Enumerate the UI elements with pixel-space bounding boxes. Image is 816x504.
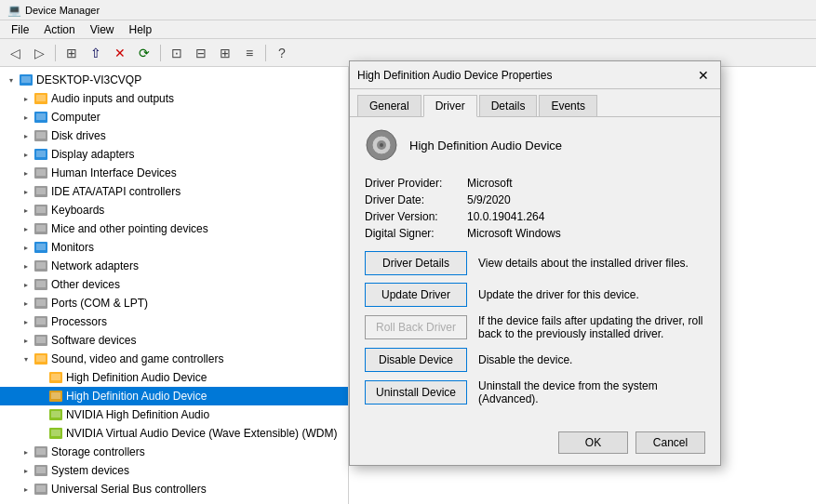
tree-expand-usb[interactable]: ▸ xyxy=(19,480,33,498)
tree-expand-ide[interactable]: ▸ xyxy=(19,182,33,201)
tree-item-diskdrives[interactable]: ▸Disk drives xyxy=(0,126,348,145)
toolbar-properties-btn[interactable]: ⊞ xyxy=(60,42,83,64)
toolbar-icon2[interactable]: ⊟ xyxy=(190,42,212,64)
dialog-body: High Definition Audio Device Driver Prov… xyxy=(350,117,720,424)
toolbar-icon3[interactable]: ⊞ xyxy=(214,42,236,64)
tree-item-monitors[interactable]: ▸Monitors xyxy=(0,238,348,257)
tree-item-hd2[interactable]: High Definition Audio Device xyxy=(0,387,348,405)
device-properties-dialog[interactable]: High Definition Audio Device Properties … xyxy=(349,60,721,466)
svg-rect-37 xyxy=(51,411,60,418)
tree-expand-system[interactable]: ▸ xyxy=(19,461,33,480)
device-header-name: High Definition Audio Device xyxy=(409,139,562,153)
tree-item-ports[interactable]: ▸Ports (COM & LPT) xyxy=(0,294,348,312)
toolbar-help-btn[interactable]: ? xyxy=(271,42,293,64)
tree-expand-keyboards[interactable]: ▸ xyxy=(19,201,33,219)
uninstall-device-button[interactable]: Uninstall Device xyxy=(365,380,467,405)
tree-expand-nvidiavirt xyxy=(33,424,48,443)
driver-btn-row-disable-device: Disable DeviceDisable the device. xyxy=(365,348,705,372)
menu-help[interactable]: Help xyxy=(122,21,160,38)
svg-rect-23 xyxy=(36,281,46,287)
tree-item-system[interactable]: ▸System devices xyxy=(0,461,348,480)
disable-device-button[interactable]: Disable Device xyxy=(365,348,467,372)
tree-expand-root[interactable]: ▾ xyxy=(4,71,19,89)
svg-rect-11 xyxy=(36,169,46,176)
tree-icon-storage xyxy=(33,444,48,459)
roll-back-button: Roll Back Driver xyxy=(365,315,467,339)
tree-expand-sound[interactable]: ▾ xyxy=(19,350,33,368)
toolbar-back-btn[interactable]: ◁ xyxy=(4,42,26,64)
tree-expand-monitors[interactable]: ▸ xyxy=(19,238,33,257)
tree-icon-computer xyxy=(33,110,48,125)
tree-label-hid: Human Interface Devices xyxy=(51,166,177,179)
tab-events[interactable]: Events xyxy=(539,95,597,116)
toolbar-uninstall-btn[interactable]: ✕ xyxy=(109,42,131,64)
update-driver-button[interactable]: Update Driver xyxy=(365,283,467,307)
toolbar-icon4[interactable]: ≡ xyxy=(238,42,261,64)
toolbar-icon1[interactable]: ⊡ xyxy=(166,42,188,64)
menu-action[interactable]: Action xyxy=(36,21,82,38)
tree-icon-other xyxy=(33,277,48,292)
tree-expand-processors[interactable]: ▸ xyxy=(19,312,33,331)
tree-item-hid[interactable]: ▸Human Interface Devices xyxy=(0,164,348,182)
dialog-ok-btn[interactable]: OK xyxy=(558,431,628,454)
tree-label-mice: Mice and other pointing devices xyxy=(51,222,208,235)
dialog-title-bar: High Definition Audio Device Properties … xyxy=(350,61,720,89)
tree-expand-network[interactable]: ▸ xyxy=(19,257,33,275)
toolbar-forward-btn[interactable]: ▷ xyxy=(28,42,50,64)
tree-item-audio[interactable]: ▸Audio inputs and outputs xyxy=(0,89,348,108)
tab-driver[interactable]: Driver xyxy=(423,95,477,117)
device-tree[interactable]: ▾DESKTOP-VI3CVQP▸Audio inputs and output… xyxy=(0,67,349,504)
tree-item-other[interactable]: ▸Other devices xyxy=(0,275,348,294)
tree-expand-diskdrives[interactable]: ▸ xyxy=(19,126,33,145)
menu-file[interactable]: File xyxy=(4,21,36,38)
tree-icon-hid xyxy=(33,166,48,180)
tree-expand-display[interactable]: ▸ xyxy=(19,145,33,164)
tree-item-storage[interactable]: ▸Storage controllers xyxy=(0,443,348,461)
tree-icon-sound xyxy=(33,351,48,366)
tree-item-display[interactable]: ▸Display adapters xyxy=(0,145,348,164)
tree-label-ide: IDE ATA/ATAPI controllers xyxy=(51,185,181,198)
tree-item-mice[interactable]: ▸Mice and other pointing devices xyxy=(0,219,348,238)
tree-item-keyboards[interactable]: ▸Keyboards xyxy=(0,201,348,219)
update-driver-description: Update the driver for this device. xyxy=(478,288,705,301)
tree-item-root[interactable]: ▾DESKTOP-VI3CVQP xyxy=(0,71,348,89)
toolbar-scan-btn[interactable]: ⟳ xyxy=(133,42,155,64)
driver-details-description: View details about the installed driver … xyxy=(478,257,705,270)
tree-item-usb[interactable]: ▸Universal Serial Bus controllers xyxy=(0,480,348,498)
tree-icon-nvidia xyxy=(48,407,63,422)
tree-item-nvidia[interactable]: NVIDIA High Definition Audio xyxy=(0,405,348,424)
tree-icon-diskdrives xyxy=(33,128,48,143)
tree-expand-mice[interactable]: ▸ xyxy=(19,219,33,238)
svg-rect-41 xyxy=(36,448,46,455)
tree-item-ide[interactable]: ▸IDE ATA/ATAPI controllers xyxy=(0,182,348,201)
tree-item-sound[interactable]: ▾Sound, video and game controllers xyxy=(0,350,348,368)
tree-item-nvidiavirt[interactable]: NVIDIA Virtual Audio Device (Wave Extens… xyxy=(0,424,348,443)
driver-details-button[interactable]: Driver Details xyxy=(365,251,467,275)
tree-item-computer[interactable]: ▸Computer xyxy=(0,108,348,126)
tree-label-keyboards: Keyboards xyxy=(51,204,104,217)
tree-label-system: System devices xyxy=(51,464,129,477)
tree-item-processors[interactable]: ▸Processors xyxy=(0,312,348,331)
tab-general[interactable]: General xyxy=(357,95,421,116)
tree-expand-nvidia xyxy=(33,405,48,424)
tree-expand-ports[interactable]: ▸ xyxy=(19,294,33,312)
tree-expand-software[interactable]: ▸ xyxy=(19,331,33,350)
tree-expand-storage[interactable]: ▸ xyxy=(19,443,33,461)
tree-expand-audio[interactable]: ▸ xyxy=(19,89,33,108)
svg-rect-39 xyxy=(51,430,60,436)
tree-item-network[interactable]: ▸Network adapters xyxy=(0,257,348,275)
toolbar-update-btn[interactable]: ⇧ xyxy=(85,42,107,64)
tree-expand-computer[interactable]: ▸ xyxy=(19,108,33,126)
tree-label-storage: Storage controllers xyxy=(51,445,145,458)
menu-view[interactable]: View xyxy=(83,21,122,38)
driver-btn-row-uninstall-device: Uninstall DeviceUninstall the device fro… xyxy=(365,379,705,405)
dialog-close-btn[interactable]: ✕ xyxy=(694,66,713,85)
dialog-title: High Definition Audio Device Properties xyxy=(357,69,552,82)
tree-expand-hid[interactable]: ▸ xyxy=(19,164,33,182)
tree-expand-other[interactable]: ▸ xyxy=(19,275,33,294)
dialog-cancel-btn[interactable]: Cancel xyxy=(635,431,705,454)
tree-item-software[interactable]: ▸Software devices xyxy=(0,331,348,350)
tree-label-audio: Audio inputs and outputs xyxy=(51,92,174,105)
tab-details[interactable]: Details xyxy=(479,95,538,116)
tree-item-hd1[interactable]: High Definition Audio Device xyxy=(0,368,348,387)
